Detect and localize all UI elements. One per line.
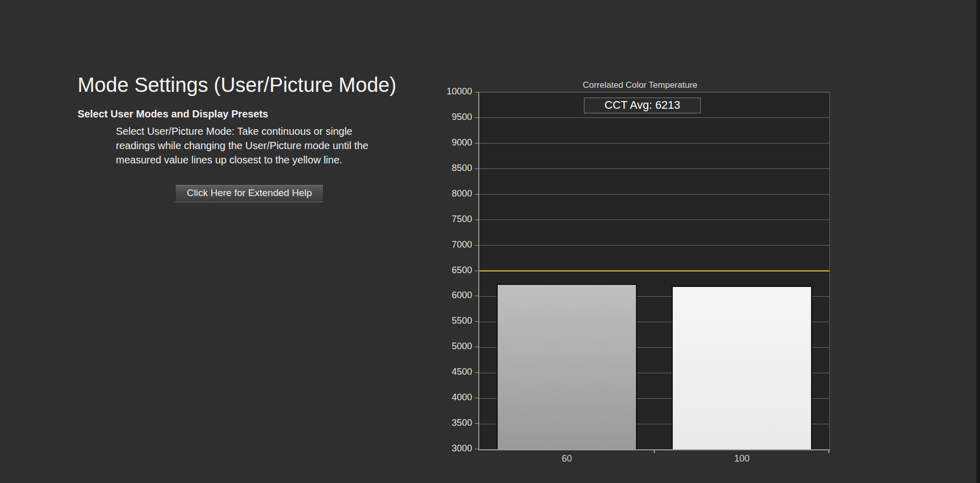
y-axis-tick: [475, 321, 478, 322]
y-axis-tick: [475, 143, 478, 143]
x-axis: 60100: [479, 450, 829, 471]
x-axis-tick: [828, 450, 829, 453]
cct-avg-box: CCT Avg: 6213: [584, 98, 701, 113]
gridline: [479, 220, 829, 220]
y-axis-tick: [475, 423, 478, 424]
y-axis-label: 7500: [419, 214, 472, 225]
instructions-text: Select User/Picture Mode: Take continuou…: [116, 124, 369, 167]
instruction-line: measured value lines up closest to the y…: [116, 153, 369, 167]
y-axis-label: 9000: [419, 137, 472, 148]
y-axis-label: 4500: [419, 367, 472, 377]
mode-settings-page: Mode Settings (User/Picture Mode) Select…: [0, 0, 980, 483]
y-axis-tick: [475, 194, 478, 195]
y-axis-tick: [475, 347, 478, 347]
y-axis-tick: [475, 220, 478, 220]
instruction-line: readings while changing the User/Picture…: [116, 138, 369, 153]
y-axis-tick: [475, 245, 478, 246]
y-axis-tick: [475, 92, 478, 92]
y-axis-tick: [475, 117, 478, 118]
y-axis-label: 7000: [419, 239, 472, 250]
y-axis-tick: [475, 296, 478, 296]
x-axis-label: 100: [712, 453, 773, 464]
gridline: [479, 194, 829, 195]
gridline: [479, 143, 829, 143]
y-axis-gutter: 3000350040004500500055006000650070007500…: [417, 92, 478, 449]
y-axis-label: 6000: [419, 290, 472, 301]
y-axis-label: 9500: [419, 112, 472, 123]
chart-title: Correlated Color Temperature: [448, 80, 832, 90]
target-line-6500: [479, 270, 829, 272]
y-axis-label: 10000: [419, 86, 472, 97]
y-axis-label: 3000: [419, 443, 472, 454]
cct-plot-area: CCT Avg: 6213: [478, 92, 830, 450]
y-axis-tick: [475, 168, 478, 169]
instruction-line: Select User/Picture Mode: Take continuou…: [116, 124, 369, 138]
gridline: [479, 168, 829, 169]
gridline: [479, 245, 829, 246]
y-axis-label: 8500: [419, 163, 472, 174]
gridline: [479, 117, 829, 118]
extended-help-button[interactable]: Click Here for Extended Help: [175, 184, 324, 202]
window-right-edge: [976, 0, 980, 483]
y-axis-tick: [475, 271, 478, 271]
y-axis-label: 3500: [419, 418, 472, 428]
y-axis-tick: [475, 372, 478, 373]
y-axis-label: 6500: [419, 265, 472, 276]
y-axis-tick: [475, 398, 478, 398]
cct-bar-60: [497, 284, 636, 449]
x-axis-label: 60: [536, 453, 598, 464]
y-axis-tick: [475, 449, 478, 449]
cct-bar-100: [672, 286, 812, 449]
select-modes-subtitle: Select User Modes and Display Presets: [78, 108, 268, 120]
y-axis-label: 5000: [419, 341, 472, 352]
y-axis-label: 4000: [419, 392, 472, 403]
page-title: Mode Settings (User/Picture Mode): [78, 74, 397, 96]
y-axis-label: 8000: [419, 188, 472, 199]
cct-avg-label: CCT Avg: 6213: [604, 99, 680, 111]
y-axis-label: 5500: [419, 316, 472, 326]
x-axis-tick: [654, 450, 655, 453]
